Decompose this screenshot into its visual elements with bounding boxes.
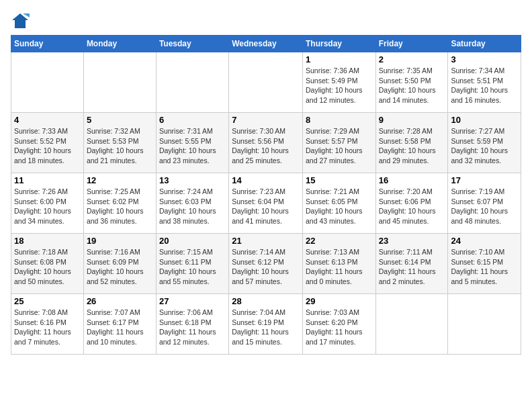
calendar-cell: 27Sunrise: 7:06 AM Sunset: 6:18 PM Dayli… xyxy=(156,294,228,355)
day-number: 10 xyxy=(451,115,518,125)
day-number: 2 xyxy=(379,54,445,64)
calendar-cell: 11Sunrise: 7:26 AM Sunset: 6:00 PM Dayli… xyxy=(11,173,84,234)
day-info: Sunrise: 7:31 AM Sunset: 5:55 PM Dayligh… xyxy=(159,126,226,166)
day-number: 23 xyxy=(379,236,445,246)
calendar-cell: 28Sunrise: 7:04 AM Sunset: 6:19 PM Dayli… xyxy=(229,294,303,355)
week-row-3: 11Sunrise: 7:26 AM Sunset: 6:00 PM Dayli… xyxy=(11,173,521,234)
calendar-cell xyxy=(375,294,448,355)
day-header-saturday: Saturday xyxy=(448,36,521,52)
day-number: 5 xyxy=(87,115,153,125)
day-number: 29 xyxy=(306,296,373,306)
day-number: 20 xyxy=(159,236,226,246)
day-number: 4 xyxy=(14,115,81,125)
day-number: 6 xyxy=(159,115,226,125)
calendar-cell: 7Sunrise: 7:30 AM Sunset: 5:56 PM Daylig… xyxy=(229,113,303,173)
day-info: Sunrise: 7:10 AM Sunset: 6:15 PM Dayligh… xyxy=(451,247,518,287)
calendar-cell: 20Sunrise: 7:15 AM Sunset: 6:11 PM Dayli… xyxy=(156,234,228,294)
day-info: Sunrise: 7:07 AM Sunset: 6:17 PM Dayligh… xyxy=(87,308,153,347)
day-number: 16 xyxy=(379,175,445,185)
calendar-cell: 4Sunrise: 7:33 AM Sunset: 5:52 PM Daylig… xyxy=(11,113,84,173)
day-info: Sunrise: 7:11 AM Sunset: 6:14 PM Dayligh… xyxy=(379,247,445,287)
day-header-monday: Monday xyxy=(83,36,156,52)
calendar-cell: 25Sunrise: 7:08 AM Sunset: 6:16 PM Dayli… xyxy=(11,294,84,355)
day-info: Sunrise: 7:19 AM Sunset: 6:07 PM Dayligh… xyxy=(451,187,518,226)
day-info: Sunrise: 7:23 AM Sunset: 6:04 PM Dayligh… xyxy=(232,187,300,226)
calendar-cell xyxy=(83,52,156,113)
day-info: Sunrise: 7:32 AM Sunset: 5:53 PM Dayligh… xyxy=(87,126,153,166)
calendar-cell: 1Sunrise: 7:36 AM Sunset: 5:49 PM Daylig… xyxy=(302,52,375,113)
day-info: Sunrise: 7:33 AM Sunset: 5:52 PM Dayligh… xyxy=(14,126,81,166)
day-info: Sunrise: 7:34 AM Sunset: 5:51 PM Dayligh… xyxy=(451,66,518,105)
calendar-cell: 10Sunrise: 7:27 AM Sunset: 5:59 PM Dayli… xyxy=(448,113,521,173)
day-number: 24 xyxy=(451,236,518,246)
day-info: Sunrise: 7:15 AM Sunset: 6:11 PM Dayligh… xyxy=(159,247,226,287)
day-number: 19 xyxy=(87,236,153,246)
day-number: 8 xyxy=(306,115,373,125)
day-info: Sunrise: 7:04 AM Sunset: 6:19 PM Dayligh… xyxy=(232,308,300,347)
day-info: Sunrise: 7:16 AM Sunset: 6:09 PM Dayligh… xyxy=(87,247,153,287)
day-number: 11 xyxy=(14,175,81,185)
calendar-cell: 15Sunrise: 7:21 AM Sunset: 6:05 PM Dayli… xyxy=(302,173,375,234)
calendar-cell: 8Sunrise: 7:29 AM Sunset: 5:57 PM Daylig… xyxy=(302,113,375,173)
week-row-4: 18Sunrise: 7:18 AM Sunset: 6:08 PM Dayli… xyxy=(11,234,521,294)
day-header-tuesday: Tuesday xyxy=(156,36,228,52)
day-number: 18 xyxy=(14,236,81,246)
calendar-cell: 9Sunrise: 7:28 AM Sunset: 5:58 PM Daylig… xyxy=(375,113,448,173)
calendar-cell: 26Sunrise: 7:07 AM Sunset: 6:17 PM Dayli… xyxy=(83,294,156,355)
week-row-2: 4Sunrise: 7:33 AM Sunset: 5:52 PM Daylig… xyxy=(11,113,521,173)
day-info: Sunrise: 7:18 AM Sunset: 6:08 PM Dayligh… xyxy=(14,247,81,287)
calendar-cell: 17Sunrise: 7:19 AM Sunset: 6:07 PM Dayli… xyxy=(448,173,521,234)
calendar-header-row: SundayMondayTuesdayWednesdayThursdayFrid… xyxy=(11,36,521,52)
logo-icon xyxy=(11,11,30,30)
day-info: Sunrise: 7:35 AM Sunset: 5:50 PM Dayligh… xyxy=(379,66,445,105)
day-info: Sunrise: 7:03 AM Sunset: 6:20 PM Dayligh… xyxy=(306,308,373,347)
day-header-friday: Friday xyxy=(375,36,448,52)
calendar-cell xyxy=(156,52,228,113)
day-info: Sunrise: 7:28 AM Sunset: 5:58 PM Dayligh… xyxy=(379,126,445,166)
day-info: Sunrise: 7:25 AM Sunset: 6:02 PM Dayligh… xyxy=(87,187,153,226)
day-info: Sunrise: 7:21 AM Sunset: 6:05 PM Dayligh… xyxy=(306,187,373,226)
calendar-cell: 14Sunrise: 7:23 AM Sunset: 6:04 PM Dayli… xyxy=(229,173,303,234)
calendar-cell xyxy=(229,52,303,113)
day-header-wednesday: Wednesday xyxy=(229,36,303,52)
day-number: 17 xyxy=(451,175,518,185)
day-info: Sunrise: 7:08 AM Sunset: 6:16 PM Dayligh… xyxy=(14,308,81,347)
calendar-cell: 13Sunrise: 7:24 AM Sunset: 6:03 PM Dayli… xyxy=(156,173,228,234)
calendar-cell xyxy=(11,52,84,113)
day-number: 12 xyxy=(87,175,153,185)
calendar-cell: 18Sunrise: 7:18 AM Sunset: 6:08 PM Dayli… xyxy=(11,234,84,294)
day-number: 13 xyxy=(159,175,226,185)
day-info: Sunrise: 7:26 AM Sunset: 6:00 PM Dayligh… xyxy=(14,187,81,226)
day-info: Sunrise: 7:13 AM Sunset: 6:13 PM Dayligh… xyxy=(306,247,373,287)
week-row-5: 25Sunrise: 7:08 AM Sunset: 6:16 PM Dayli… xyxy=(11,294,521,355)
day-info: Sunrise: 7:29 AM Sunset: 5:57 PM Dayligh… xyxy=(306,126,373,166)
day-number: 26 xyxy=(87,296,153,306)
calendar-cell: 19Sunrise: 7:16 AM Sunset: 6:09 PM Dayli… xyxy=(83,234,156,294)
calendar-cell xyxy=(448,294,521,355)
calendar-cell: 22Sunrise: 7:13 AM Sunset: 6:13 PM Dayli… xyxy=(302,234,375,294)
day-info: Sunrise: 7:20 AM Sunset: 6:06 PM Dayligh… xyxy=(379,187,445,226)
day-number: 15 xyxy=(306,175,373,185)
svg-marker-1 xyxy=(12,13,28,28)
calendar-cell: 5Sunrise: 7:32 AM Sunset: 5:53 PM Daylig… xyxy=(83,113,156,173)
calendar-cell: 29Sunrise: 7:03 AM Sunset: 6:20 PM Dayli… xyxy=(302,294,375,355)
day-info: Sunrise: 7:27 AM Sunset: 5:59 PM Dayligh… xyxy=(451,126,518,166)
day-number: 1 xyxy=(306,54,373,64)
day-number: 14 xyxy=(232,175,300,185)
calendar-cell: 21Sunrise: 7:14 AM Sunset: 6:12 PM Dayli… xyxy=(229,234,303,294)
day-number: 7 xyxy=(232,115,300,125)
day-info: Sunrise: 7:14 AM Sunset: 6:12 PM Dayligh… xyxy=(232,247,300,287)
day-info: Sunrise: 7:24 AM Sunset: 6:03 PM Dayligh… xyxy=(159,187,226,226)
page-header xyxy=(11,11,521,30)
day-number: 25 xyxy=(14,296,81,306)
day-number: 27 xyxy=(159,296,226,306)
day-header-sunday: Sunday xyxy=(11,36,84,52)
calendar-cell: 24Sunrise: 7:10 AM Sunset: 6:15 PM Dayli… xyxy=(448,234,521,294)
calendar-cell: 23Sunrise: 7:11 AM Sunset: 6:14 PM Dayli… xyxy=(375,234,448,294)
day-info: Sunrise: 7:06 AM Sunset: 6:18 PM Dayligh… xyxy=(159,308,226,347)
day-info: Sunrise: 7:30 AM Sunset: 5:56 PM Dayligh… xyxy=(232,126,300,166)
calendar-cell: 6Sunrise: 7:31 AM Sunset: 5:55 PM Daylig… xyxy=(156,113,228,173)
day-number: 21 xyxy=(232,236,300,246)
calendar-cell: 3Sunrise: 7:34 AM Sunset: 5:51 PM Daylig… xyxy=(448,52,521,113)
day-number: 3 xyxy=(451,54,518,64)
